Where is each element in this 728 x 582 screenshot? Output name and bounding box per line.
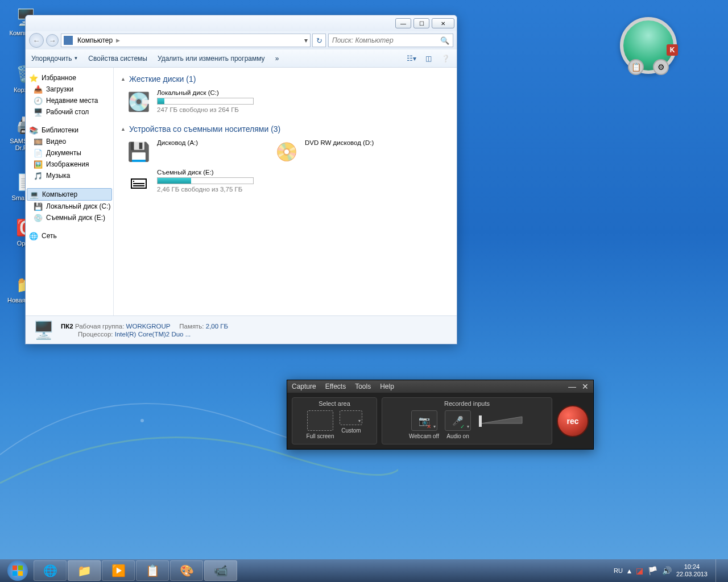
computer-name: ПК2 [61, 323, 73, 330]
record-button[interactable]: rec [557, 405, 589, 437]
sidebar-documents[interactable]: 📄Документы [26, 147, 113, 159]
details-pane: 🖥️ ПК2 Рабочая группа: WORKGROUP Память:… [26, 315, 457, 344]
kaspersky-gadget[interactable]: K 📋 ⚙ [620, 17, 682, 80]
taskbar: 🌐 📁 ▶️ 📋 🎨 📹 RU ▴ ◪ 🏳️ 🔊 10:24 22.03.201… [0, 559, 728, 582]
sidebar-desktop[interactable]: 🖥️Рабочий стол [26, 106, 113, 118]
search-input[interactable] [332, 36, 440, 44]
custom-area-button[interactable]: ▾Custom [340, 410, 362, 439]
computer-large-icon: 🖥️ [31, 318, 55, 342]
svg-rect-3 [13, 566, 17, 570]
chevron-right-icon[interactable]: ▶ [115, 38, 121, 43]
sidebar-drive-e[interactable]: 💿Съемный диск (E:) [26, 212, 113, 223]
taskbar-paint[interactable]: 🎨 [170, 560, 203, 581]
taskbar-mediaplayer[interactable]: ▶️ [102, 560, 135, 581]
window-titlebar[interactable]: — ☐ ✕ [26, 15, 457, 31]
menu-effects[interactable]: Effects [325, 383, 346, 390]
sidebar-pictures[interactable]: 🖼️Изображения [26, 159, 113, 170]
section-removable[interactable]: ▲Устройства со съемными носителями (3) [121, 122, 450, 136]
close-button[interactable]: ✕ [432, 18, 454, 28]
taskbar-explorer[interactable]: 📁 [68, 560, 101, 581]
fullscreen-button[interactable]: Full screen [307, 410, 334, 439]
sidebar-computer[interactable]: 💻Компьютер [27, 188, 112, 201]
toolbar-overflow[interactable]: » [275, 55, 279, 63]
show-desktop-button[interactable] [715, 559, 723, 582]
svg-rect-2 [479, 415, 482, 427]
preview-pane-button[interactable]: ◫ [423, 53, 434, 64]
dvd-icon: 📀 [274, 139, 299, 164]
navigation-sidebar: ⭐Избранное 📥Загрузки 🕘Недавние места 🖥️Р… [26, 68, 114, 315]
sidebar-downloads[interactable]: 📥Загрузки [26, 84, 113, 95]
webcam-button[interactable]: 📷✕▾Webcam off [409, 410, 439, 439]
system-properties-button[interactable]: Свойства системы [88, 55, 147, 63]
svg-rect-4 [18, 566, 23, 570]
tray-clock[interactable]: 10:24 22.03.2013 [676, 563, 708, 578]
star-icon: ⭐ [29, 73, 38, 82]
menu-tools[interactable]: Tools [355, 383, 371, 390]
sidebar-drive-c[interactable]: 💾Локальный диск (C:) [26, 201, 113, 212]
uninstall-program-button[interactable]: Удалить или изменить программу [158, 55, 265, 63]
gadget-settings-button[interactable]: ⚙ [653, 59, 669, 75]
view-mode-button[interactable]: ☷▾ [406, 53, 417, 64]
svg-rect-5 [13, 571, 17, 576]
drive-a[interactable]: 💾 Дисковод (A:) [126, 139, 257, 164]
breadcrumb-location[interactable]: Компьютер [75, 36, 115, 44]
breadcrumb-dropdown[interactable]: ▾ [304, 36, 308, 44]
camtasia-menubar: Capture Effects Tools Help — ✕ [287, 380, 593, 393]
maximize-button[interactable]: ☐ [413, 18, 429, 28]
sidebar-libraries[interactable]: 📚Библиотеки [26, 124, 113, 136]
menu-help[interactable]: Help [380, 383, 394, 390]
usb-icon: 💿 [34, 213, 43, 222]
drive-d[interactable]: 📀 DVD RW дисковод (D:) [274, 139, 405, 164]
sidebar-music[interactable]: 🎵Музыка [26, 170, 113, 181]
explorer-window: — ☐ ✕ ← → Компьютер ▶ ▾ ↻ 🔍 Упорядочить … [25, 15, 457, 344]
camtasia-recorder-window: Capture Effects Tools Help — ✕ Select ar… [287, 380, 594, 450]
hdd-icon: 💽 [126, 89, 151, 114]
minimize-button[interactable]: — [395, 18, 411, 28]
computer-icon: 💻 [30, 190, 39, 199]
sidebar-favorites[interactable]: ⭐Избранное [26, 72, 113, 84]
select-area-panel: Select area Full screen ▾Custom [292, 397, 377, 444]
camtasia-minimize-button[interactable]: — [568, 382, 576, 391]
breadcrumb[interactable]: Компьютер ▶ ▾ [61, 34, 311, 47]
pictures-icon: 🖼️ [34, 160, 43, 169]
nav-forward-button[interactable]: → [46, 34, 59, 47]
recorded-inputs-panel: Recorded inputs 📷✕▾Webcam off 🎤✓▾Audio o… [382, 397, 552, 444]
drive-e-usage-bar [157, 177, 254, 184]
sidebar-videos[interactable]: 🎞️Видео [26, 136, 113, 147]
address-bar: ← → Компьютер ▶ ▾ ↻ 🔍 [26, 31, 457, 49]
drive-c-usage-bar [157, 98, 254, 105]
tray-action-center-icon[interactable]: 🏳️ [648, 566, 657, 575]
menu-capture[interactable]: Capture [292, 383, 316, 390]
tray-language[interactable]: RU [614, 567, 623, 574]
gadget-status-circle: K 📋 ⚙ [620, 17, 677, 74]
drive-e[interactable]: 🖴 Съемный диск (E:) 2,46 ГБ свободно из … [126, 169, 257, 194]
kaspersky-logo: K [667, 44, 678, 56]
start-button[interactable] [2, 559, 33, 582]
nav-back-button[interactable]: ← [29, 33, 44, 48]
sidebar-network[interactable]: 🌐Сеть [26, 230, 113, 242]
computer-icon [64, 36, 73, 45]
content-pane[interactable]: ▲Жесткие диски (1) 💽 Локальный диск (C:)… [114, 68, 457, 315]
drive-icon: 💾 [34, 202, 43, 211]
taskbar-app1[interactable]: 📋 [136, 560, 169, 581]
network-icon: 🌐 [29, 231, 38, 240]
camtasia-close-button[interactable]: ✕ [582, 382, 589, 391]
audio-button[interactable]: 🎤✓▾Audio on [445, 410, 471, 439]
gadget-reports-button[interactable]: 📋 [628, 59, 644, 75]
taskbar-ie[interactable]: 🌐 [34, 560, 67, 581]
tray-show-hidden[interactable]: ▴ [627, 566, 631, 575]
music-icon: 🎵 [34, 171, 43, 180]
help-button[interactable]: ❔ [440, 53, 451, 64]
tray-kaspersky-icon[interactable]: ◪ [636, 566, 643, 575]
drive-c[interactable]: 💽 Локальный диск (C:) 247 ГБ свободно из… [126, 89, 257, 114]
sidebar-recent[interactable]: 🕘Недавние места [26, 95, 113, 106]
tray-volume-icon[interactable]: 🔊 [662, 566, 672, 575]
search-box[interactable]: 🔍 [328, 34, 453, 47]
organize-menu[interactable]: Упорядочить ▼ [31, 55, 78, 63]
taskbar-camtasia[interactable]: 📹 [204, 560, 237, 581]
documents-icon: 📄 [34, 148, 43, 157]
refresh-button[interactable]: ↻ [312, 34, 326, 47]
search-icon[interactable]: 🔍 [440, 36, 449, 45]
section-hard-drives[interactable]: ▲Жесткие диски (1) [121, 72, 450, 86]
audio-level-slider[interactable] [477, 410, 525, 431]
